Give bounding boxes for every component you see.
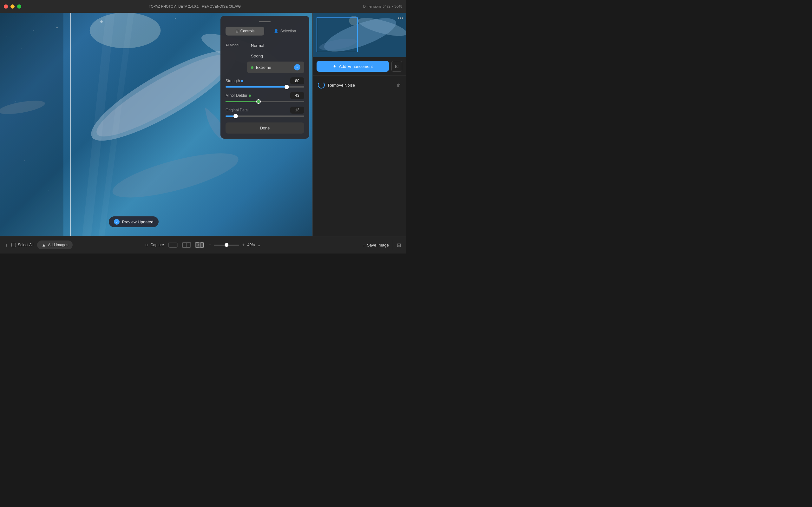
upload-arrow-icon: ↑	[5, 242, 8, 248]
toolbar-left: ↑ Select All ▲ Add Images	[5, 240, 73, 249]
main-layout: ⊞ Controls 👤 Selection AI Model Normal	[0, 13, 406, 236]
window-title: TOPAZ PHOTO AI BETA 2.4.0.1 - REMOVENOIS…	[26, 4, 363, 8]
controls-icon: ⊞	[235, 29, 239, 33]
panel-tabs: ⊞ Controls 👤 Selection	[226, 26, 304, 36]
minimize-button[interactable]	[10, 4, 15, 9]
svg-point-10	[175, 18, 176, 19]
original-detail-slider-thumb[interactable]	[234, 114, 238, 118]
minor-deblur-value: 43	[290, 92, 304, 99]
enhancement-item-remove-noise[interactable]: Remove Noise 🗑	[315, 78, 403, 92]
zoom-slider[interactable]	[214, 245, 239, 245]
svg-rect-11	[0, 13, 63, 236]
close-button[interactable]	[4, 4, 8, 9]
strength-slider-header: Strength 80	[226, 77, 304, 84]
split-view-icon	[182, 242, 190, 247]
ai-model-label: AI Model	[226, 41, 245, 47]
svg-rect-30	[200, 243, 203, 247]
enhancement-item-name: Remove Noise	[328, 83, 393, 88]
enhancement-loading-spinner	[318, 81, 325, 89]
svg-point-17	[15, 101, 16, 102]
right-sidebar: ••• ✦ Add Enhancement ⊡ Remove Noise 🗑	[312, 13, 406, 236]
zoom-controls: − + 49% ▲	[208, 242, 261, 248]
zoom-out-button[interactable]: −	[208, 242, 211, 248]
minor-deblur-dot	[249, 95, 251, 97]
svg-point-13	[21, 48, 22, 49]
maximize-button[interactable]	[17, 4, 21, 9]
selection-icon: 👤	[274, 29, 278, 33]
strength-label: Strength	[226, 79, 243, 83]
strength-slider-thumb[interactable]	[285, 85, 289, 89]
strength-slider-fill	[226, 86, 287, 88]
thumbnail-border	[317, 17, 358, 52]
svg-point-21	[9, 205, 10, 205]
checkbox-icon	[11, 243, 16, 247]
original-detail-slider-row: Original Detail 13	[226, 107, 304, 117]
canvas-area[interactable]: ⊞ Controls 👤 Selection AI Model Normal	[0, 13, 312, 236]
minor-deblur-slider-thumb[interactable]	[256, 99, 261, 104]
svg-point-20	[48, 190, 49, 191]
save-image-button[interactable]: ↑ Save Image	[363, 243, 389, 247]
strength-slider-track[interactable]	[226, 86, 304, 88]
minor-deblur-slider-track[interactable]	[226, 101, 304, 102]
zoom-dropdown-icon[interactable]: ▲	[258, 243, 261, 247]
single-view-button[interactable]	[169, 242, 177, 248]
zoom-in-button[interactable]: +	[242, 242, 245, 248]
zoom-percent-label: 49%	[247, 243, 255, 247]
select-all-checkbox[interactable]: Select All	[11, 243, 33, 247]
svg-point-9	[100, 20, 103, 22]
minor-deblur-slider-fill	[226, 101, 258, 102]
settings-icon[interactable]: ⊟	[397, 242, 401, 248]
add-enhancement-button[interactable]: ✦ Add Enhancement	[317, 61, 389, 72]
minor-deblur-slider-header: Minor Deblur 43	[226, 92, 304, 99]
svg-point-19	[24, 160, 25, 161]
enhancement-list: Remove Noise 🗑	[313, 76, 406, 94]
strength-value: 80	[290, 77, 304, 84]
traffic-lights	[4, 4, 21, 9]
add-images-mountain-icon: ▲	[42, 242, 46, 247]
dimensions-value: 5472 × 3648	[383, 4, 402, 8]
side-by-side-view-button[interactable]	[195, 242, 204, 248]
select-all-label: Select All	[18, 243, 33, 247]
zoom-slider-thumb[interactable]	[225, 243, 228, 247]
minor-deblur-label: Minor Deblur	[226, 93, 251, 98]
selected-check-icon: ✓	[294, 64, 300, 70]
save-arrow-icon: ↑	[363, 243, 365, 247]
preview-check-icon: ✓	[114, 219, 120, 225]
add-images-button[interactable]: ▲ Add Images	[37, 240, 73, 249]
crop-icon: ⊡	[395, 64, 399, 69]
split-view-button[interactable]	[182, 242, 191, 248]
capture-icon: ⊙	[145, 243, 148, 247]
original-detail-slider-track[interactable]	[226, 115, 304, 117]
done-button[interactable]: Done	[226, 122, 304, 133]
delete-enhancement-button[interactable]: 🗑	[396, 82, 401, 88]
minor-deblur-slider-row: Minor Deblur 43	[226, 92, 304, 102]
model-option-strong[interactable]: Strong	[247, 51, 304, 61]
tab-selection[interactable]: 👤 Selection	[265, 26, 304, 36]
sparkle-icon: ✦	[333, 64, 336, 69]
split-divider[interactable]	[70, 13, 71, 236]
original-detail-label: Original Detail	[226, 108, 249, 112]
dimensions-label: Dimensions	[363, 4, 381, 8]
svg-point-18	[39, 131, 40, 131]
bottom-toolbar: ↑ Select All ▲ Add Images ⊙ Capture	[0, 236, 406, 253]
panel-handle	[259, 21, 270, 22]
tab-controls[interactable]: ⊞ Controls	[226, 26, 264, 36]
svg-rect-29	[196, 243, 199, 247]
toolbar-center: ⊙ Capture − + 49% ▲	[145, 242, 260, 248]
titlebar: TOPAZ PHOTO AI BETA 2.4.0.1 - REMOVENOIS…	[0, 0, 406, 13]
ai-model-section: AI Model Normal Strong Extreme	[226, 41, 304, 77]
model-option-extreme[interactable]: Extreme ✓	[247, 62, 304, 73]
crop-button[interactable]: ⊡	[391, 61, 402, 72]
svg-point-16	[51, 66, 52, 66]
thumbnail-menu-icon[interactable]: •••	[397, 15, 403, 22]
photo-canvas: ⊞ Controls 👤 Selection AI Model Normal	[0, 13, 312, 236]
controls-panel: ⊞ Controls 👤 Selection AI Model Normal	[221, 16, 309, 138]
upload-icon: ↑	[5, 242, 8, 248]
svg-point-15	[33, 30, 34, 31]
capture-button[interactable]: ⊙ Capture	[145, 243, 164, 247]
svg-point-12	[7, 36, 7, 37]
preview-updated-label: Preview Updated	[122, 220, 153, 224]
side-by-side-view-icon	[195, 242, 204, 247]
original-detail-value: 13	[290, 107, 304, 114]
model-option-normal[interactable]: Normal	[247, 41, 304, 50]
